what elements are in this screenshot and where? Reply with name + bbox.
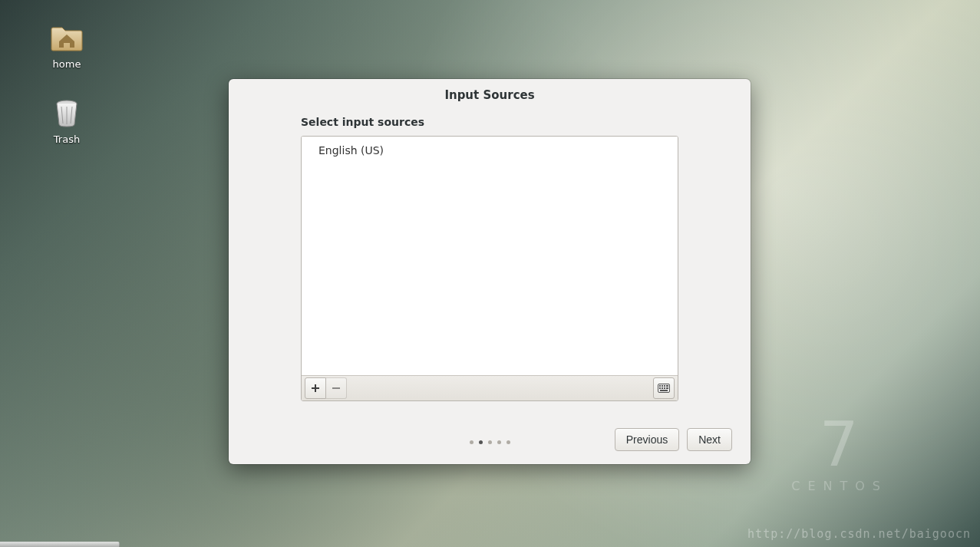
input-source-toolbar bbox=[302, 375, 678, 400]
svg-rect-13 bbox=[666, 387, 668, 389]
svg-rect-8 bbox=[664, 385, 665, 387]
desktop-background: home Trash 7 CENTOS http://blo bbox=[0, 0, 980, 547]
desktop-icon-trash[interactable]: Trash bbox=[36, 94, 97, 145]
remove-source-button[interactable] bbox=[326, 377, 347, 399]
dialog-body: Select input sources English (US) bbox=[229, 116, 751, 415]
svg-rect-6 bbox=[659, 385, 661, 387]
plus-icon bbox=[310, 383, 321, 394]
input-source-list[interactable]: English (US) bbox=[302, 137, 678, 375]
os-name: CENTOS bbox=[791, 479, 888, 493]
add-source-button[interactable] bbox=[305, 377, 326, 399]
svg-rect-11 bbox=[662, 387, 663, 389]
svg-rect-9 bbox=[666, 385, 668, 387]
minus-icon bbox=[331, 383, 342, 394]
taskbar[interactable] bbox=[0, 542, 120, 547]
svg-rect-10 bbox=[659, 387, 661, 389]
input-source-frame: English (US) bbox=[301, 136, 678, 401]
desktop-icon-home-label: home bbox=[36, 58, 97, 70]
dialog-title: Input Sources bbox=[229, 79, 751, 116]
input-source-item[interactable]: English (US) bbox=[302, 137, 678, 164]
svg-rect-12 bbox=[664, 387, 665, 389]
trash-icon bbox=[48, 94, 85, 130]
next-button[interactable]: Next bbox=[687, 428, 732, 451]
svg-rect-4 bbox=[332, 387, 340, 389]
input-sources-dialog: Input Sources Select input sources Engli… bbox=[229, 79, 751, 464]
os-brand: 7 CENTOS bbox=[791, 414, 888, 493]
dialog-footer: Previous Next bbox=[229, 415, 751, 464]
section-label: Select input sources bbox=[301, 116, 678, 128]
watermark-url: http://blog.csdn.net/baigoocn bbox=[747, 527, 971, 541]
show-keyboard-layout-button[interactable] bbox=[653, 377, 675, 399]
svg-rect-14 bbox=[660, 390, 668, 391]
os-version: 7 bbox=[791, 414, 888, 476]
desktop-icon-home[interactable]: home bbox=[36, 18, 97, 70]
keyboard-icon bbox=[658, 384, 670, 393]
desktop-icon-trash-label: Trash bbox=[36, 133, 97, 145]
previous-button[interactable]: Previous bbox=[615, 428, 679, 451]
folder-home-icon bbox=[48, 18, 85, 55]
svg-rect-7 bbox=[662, 385, 663, 387]
